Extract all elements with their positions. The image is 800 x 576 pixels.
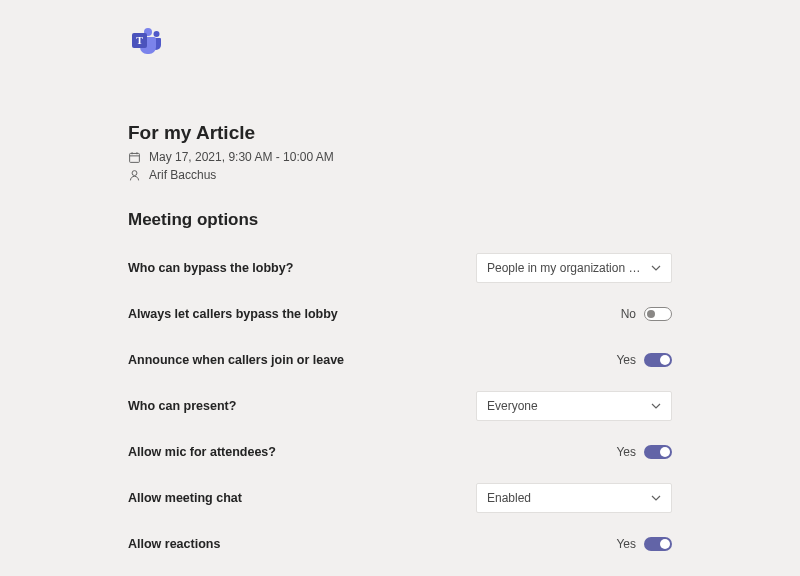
calendar-icon <box>128 151 141 164</box>
svg-point-1 <box>154 31 160 37</box>
who-present-select[interactable]: Everyone <box>476 391 672 421</box>
app-logo-row: T <box>128 24 672 62</box>
select-value: Enabled <box>487 491 645 505</box>
toggle-state-text: Yes <box>616 445 636 459</box>
callers-bypass-toggle[interactable] <box>644 307 672 321</box>
option-callers-bypass: Always let callers bypass the lobby No <box>128 298 672 330</box>
chevron-down-icon <box>651 493 661 503</box>
toggle-state-text: Yes <box>616 353 636 367</box>
bypass-lobby-select[interactable]: People in my organization and gu… <box>476 253 672 283</box>
option-label: Allow meeting chat <box>128 491 242 505</box>
option-label: Who can present? <box>128 399 236 413</box>
option-announce: Announce when callers join or leave Yes <box>128 344 672 376</box>
toggle-group: Yes <box>616 353 672 367</box>
toggle-state-text: Yes <box>616 537 636 551</box>
meeting-datetime-row: May 17, 2021, 9:30 AM - 10:00 AM <box>128 150 672 164</box>
option-label: Allow mic for attendees? <box>128 445 276 459</box>
meeting-title: For my Article <box>128 122 672 144</box>
chevron-down-icon <box>651 263 661 273</box>
announce-toggle[interactable] <box>644 353 672 367</box>
option-meeting-chat: Allow meeting chat Enabled <box>128 482 672 514</box>
meeting-options-page: T For my Article May 17, 2021, 9:30 AM -… <box>0 0 800 576</box>
svg-rect-4 <box>130 153 140 162</box>
option-label: Who can bypass the lobby? <box>128 261 293 275</box>
option-reactions: Allow reactions Yes <box>128 528 672 560</box>
select-value: People in my organization and gu… <box>487 261 645 275</box>
organizer-row: Arif Bacchus <box>128 168 672 182</box>
person-icon <box>128 169 141 182</box>
meeting-chat-select[interactable]: Enabled <box>476 483 672 513</box>
svg-point-8 <box>132 170 137 175</box>
toggle-group: No <box>621 307 672 321</box>
select-value: Everyone <box>487 399 645 413</box>
option-bypass-lobby: Who can bypass the lobby? People in my o… <box>128 252 672 284</box>
reactions-toggle[interactable] <box>644 537 672 551</box>
toggle-group: Yes <box>616 537 672 551</box>
option-who-present: Who can present? Everyone <box>128 390 672 422</box>
meeting-datetime: May 17, 2021, 9:30 AM - 10:00 AM <box>149 150 334 164</box>
option-label: Allow reactions <box>128 537 220 551</box>
toggle-state-text: No <box>621 307 636 321</box>
teams-logo-icon: T <box>128 24 162 58</box>
option-label: Announce when callers join or leave <box>128 353 344 367</box>
toggle-group: Yes <box>616 445 672 459</box>
option-label: Always let callers bypass the lobby <box>128 307 338 321</box>
option-allow-mic: Allow mic for attendees? Yes <box>128 436 672 468</box>
organizer-name: Arif Bacchus <box>149 168 216 182</box>
section-heading: Meeting options <box>128 210 672 230</box>
allow-mic-toggle[interactable] <box>644 445 672 459</box>
svg-text:T: T <box>136 35 143 46</box>
chevron-down-icon <box>651 401 661 411</box>
